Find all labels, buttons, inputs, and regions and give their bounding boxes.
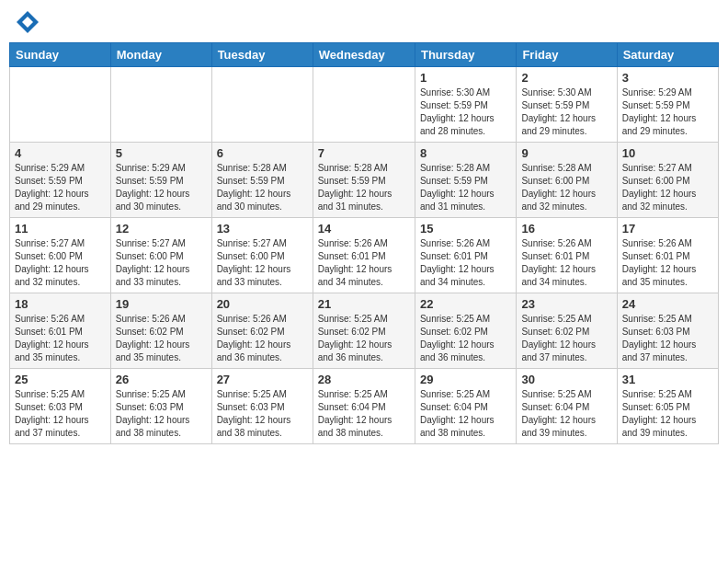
calendar-week-row: 4Sunrise: 5:29 AM Sunset: 5:59 PM Daylig… [10, 143, 719, 218]
table-row: 16Sunrise: 5:26 AM Sunset: 6:01 PM Dayli… [517, 218, 617, 293]
page-header [9, 9, 719, 35]
col-header-thursday: Thursday [415, 43, 516, 67]
day-info: Sunrise: 5:26 AM Sunset: 6:01 PM Dayligh… [15, 313, 106, 364]
col-header-sunday: Sunday [10, 43, 111, 67]
calendar-week-row: 11Sunrise: 5:27 AM Sunset: 6:00 PM Dayli… [10, 218, 719, 293]
table-row: 10Sunrise: 5:27 AM Sunset: 6:00 PM Dayli… [617, 143, 718, 218]
table-row: 18Sunrise: 5:26 AM Sunset: 6:01 PM Dayli… [10, 293, 111, 369]
day-info: Sunrise: 5:28 AM Sunset: 6:00 PM Dayligh… [521, 162, 611, 213]
day-number: 18 [15, 297, 106, 311]
day-info: Sunrise: 5:28 AM Sunset: 5:59 PM Dayligh… [420, 162, 511, 213]
table-row: 31Sunrise: 5:25 AM Sunset: 6:05 PM Dayli… [617, 369, 718, 444]
day-number: 1 [420, 71, 511, 85]
day-number: 5 [116, 146, 207, 160]
logo-icon [15, 9, 40, 35]
table-row: 9Sunrise: 5:28 AM Sunset: 6:00 PM Daylig… [517, 143, 617, 218]
table-row: 13Sunrise: 5:27 AM Sunset: 6:00 PM Dayli… [211, 218, 313, 293]
day-info: Sunrise: 5:25 AM Sunset: 6:03 PM Dayligh… [622, 313, 713, 364]
calendar-week-row: 18Sunrise: 5:26 AM Sunset: 6:01 PM Dayli… [10, 293, 719, 369]
day-number: 9 [521, 146, 611, 160]
table-row: 28Sunrise: 5:25 AM Sunset: 6:04 PM Dayli… [313, 369, 415, 444]
day-info: Sunrise: 5:25 AM Sunset: 6:03 PM Dayligh… [217, 388, 308, 440]
day-number: 28 [318, 373, 410, 386]
table-row: 29Sunrise: 5:25 AM Sunset: 6:04 PM Dayli… [415, 369, 516, 444]
day-number: 6 [217, 146, 308, 160]
day-info: Sunrise: 5:27 AM Sunset: 6:00 PM Dayligh… [15, 237, 106, 289]
day-number: 23 [521, 297, 611, 311]
day-info: Sunrise: 5:28 AM Sunset: 5:59 PM Dayligh… [318, 162, 410, 213]
table-row: 3Sunrise: 5:29 AM Sunset: 5:59 PM Daylig… [617, 67, 718, 143]
table-row: 2Sunrise: 5:30 AM Sunset: 5:59 PM Daylig… [517, 67, 617, 143]
day-info: Sunrise: 5:26 AM Sunset: 6:01 PM Dayligh… [521, 237, 611, 289]
table-row: 4Sunrise: 5:29 AM Sunset: 5:59 PM Daylig… [10, 143, 111, 218]
day-info: Sunrise: 5:26 AM Sunset: 6:01 PM Dayligh… [420, 237, 511, 289]
day-number: 31 [622, 373, 713, 386]
day-info: Sunrise: 5:29 AM Sunset: 5:59 PM Dayligh… [15, 162, 106, 213]
calendar-week-row: 25Sunrise: 5:25 AM Sunset: 6:03 PM Dayli… [10, 369, 719, 444]
table-row: 1Sunrise: 5:30 AM Sunset: 5:59 PM Daylig… [415, 67, 516, 143]
day-info: Sunrise: 5:27 AM Sunset: 6:00 PM Dayligh… [217, 237, 308, 289]
day-info: Sunrise: 5:25 AM Sunset: 6:04 PM Dayligh… [420, 388, 511, 440]
table-row: 27Sunrise: 5:25 AM Sunset: 6:03 PM Dayli… [211, 369, 313, 444]
day-number: 12 [116, 222, 207, 236]
logo [13, 9, 40, 35]
day-number: 29 [420, 373, 511, 386]
calendar-week-row: 1Sunrise: 5:30 AM Sunset: 5:59 PM Daylig… [10, 67, 719, 143]
table-row: 20Sunrise: 5:26 AM Sunset: 6:02 PM Dayli… [211, 293, 313, 369]
day-number: 7 [318, 146, 410, 160]
day-info: Sunrise: 5:25 AM Sunset: 6:05 PM Dayligh… [622, 388, 713, 440]
day-info: Sunrise: 5:27 AM Sunset: 6:00 PM Dayligh… [622, 162, 713, 213]
day-info: Sunrise: 5:28 AM Sunset: 5:59 PM Dayligh… [217, 162, 308, 213]
table-row: 17Sunrise: 5:26 AM Sunset: 6:01 PM Dayli… [617, 218, 718, 293]
day-info: Sunrise: 5:30 AM Sunset: 5:59 PM Dayligh… [420, 86, 511, 138]
table-row: 22Sunrise: 5:25 AM Sunset: 6:02 PM Dayli… [415, 293, 516, 369]
day-number: 19 [116, 297, 207, 311]
day-number: 14 [318, 222, 410, 236]
day-info: Sunrise: 5:29 AM Sunset: 5:59 PM Dayligh… [116, 162, 207, 213]
table-row: 5Sunrise: 5:29 AM Sunset: 5:59 PM Daylig… [110, 143, 211, 218]
day-info: Sunrise: 5:25 AM Sunset: 6:03 PM Dayligh… [15, 388, 106, 440]
table-row: 14Sunrise: 5:26 AM Sunset: 6:01 PM Dayli… [313, 218, 415, 293]
table-row [110, 67, 211, 143]
day-number: 24 [622, 297, 713, 311]
table-row: 25Sunrise: 5:25 AM Sunset: 6:03 PM Dayli… [10, 369, 111, 444]
day-number: 25 [15, 373, 106, 386]
day-number: 20 [217, 297, 308, 311]
table-row: 12Sunrise: 5:27 AM Sunset: 6:00 PM Dayli… [110, 218, 211, 293]
table-row: 26Sunrise: 5:25 AM Sunset: 6:03 PM Dayli… [110, 369, 211, 444]
day-number: 21 [318, 297, 410, 311]
day-number: 27 [217, 373, 308, 386]
col-header-saturday: Saturday [617, 43, 718, 67]
day-number: 11 [15, 222, 106, 236]
col-header-tuesday: Tuesday [211, 43, 313, 67]
table-row: 6Sunrise: 5:28 AM Sunset: 5:59 PM Daylig… [211, 143, 313, 218]
day-number: 16 [521, 222, 611, 236]
day-info: Sunrise: 5:29 AM Sunset: 5:59 PM Dayligh… [622, 86, 713, 138]
table-row [211, 67, 313, 143]
day-info: Sunrise: 5:25 AM Sunset: 6:02 PM Dayligh… [521, 313, 611, 364]
day-info: Sunrise: 5:26 AM Sunset: 6:01 PM Dayligh… [318, 237, 410, 289]
day-number: 15 [420, 222, 511, 236]
calendar-header-row: SundayMondayTuesdayWednesdayThursdayFrid… [10, 43, 719, 67]
day-info: Sunrise: 5:25 AM Sunset: 6:02 PM Dayligh… [318, 313, 410, 364]
table-row: 21Sunrise: 5:25 AM Sunset: 6:02 PM Dayli… [313, 293, 415, 369]
table-row: 11Sunrise: 5:27 AM Sunset: 6:00 PM Dayli… [10, 218, 111, 293]
day-info: Sunrise: 5:25 AM Sunset: 6:04 PM Dayligh… [318, 388, 410, 440]
table-row: 23Sunrise: 5:25 AM Sunset: 6:02 PM Dayli… [517, 293, 617, 369]
table-row: 24Sunrise: 5:25 AM Sunset: 6:03 PM Dayli… [617, 293, 718, 369]
col-header-wednesday: Wednesday [313, 43, 415, 67]
day-number: 4 [15, 146, 106, 160]
calendar-table: SundayMondayTuesdayWednesdayThursdayFrid… [9, 42, 719, 444]
day-number: 2 [521, 71, 611, 85]
table-row: 8Sunrise: 5:28 AM Sunset: 5:59 PM Daylig… [415, 143, 516, 218]
table-row [10, 67, 111, 143]
day-number: 10 [622, 146, 713, 160]
day-number: 17 [622, 222, 713, 236]
day-number: 3 [622, 71, 713, 85]
day-info: Sunrise: 5:27 AM Sunset: 6:00 PM Dayligh… [116, 237, 207, 289]
day-number: 13 [217, 222, 308, 236]
day-info: Sunrise: 5:25 AM Sunset: 6:03 PM Dayligh… [116, 388, 207, 440]
col-header-friday: Friday [517, 43, 617, 67]
day-number: 22 [420, 297, 511, 311]
day-info: Sunrise: 5:25 AM Sunset: 6:04 PM Dayligh… [521, 388, 611, 440]
